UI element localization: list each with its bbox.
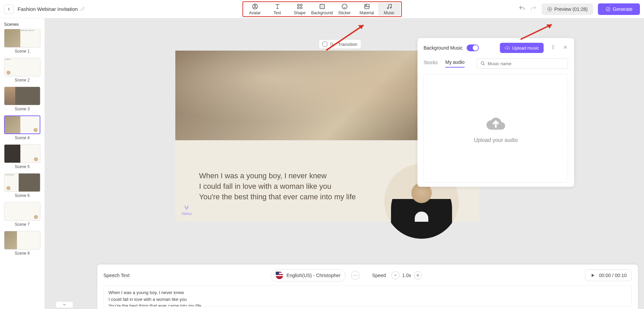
svg-rect-15 bbox=[606, 7, 610, 11]
pin-button[interactable] bbox=[550, 44, 556, 51]
scene-item-5[interactable]: Scene 5 bbox=[4, 144, 40, 169]
music-panel-title: Background Music bbox=[424, 45, 463, 51]
svg-rect-4 bbox=[297, 7, 299, 8]
flag-us-icon bbox=[276, 272, 283, 279]
text-icon bbox=[274, 3, 281, 10]
main-toolbar: Avatar Text Shape Background Sticker Mat… bbox=[242, 1, 402, 17]
speech-text-label: Speech Text bbox=[103, 273, 130, 278]
scene-item-4[interactable]: Scene 4 bbox=[4, 115, 40, 140]
avatar-person bbox=[391, 178, 452, 239]
annotation-arrow-1 bbox=[323, 23, 367, 54]
watermark-logo: Vidnoz bbox=[181, 204, 192, 216]
speed-decrease-button[interactable]: − bbox=[391, 271, 399, 279]
svg-point-17 bbox=[481, 62, 484, 65]
tool-background[interactable]: Background bbox=[311, 3, 333, 16]
transition-badge[interactable]: Transition bbox=[319, 39, 361, 49]
svg-point-12 bbox=[387, 7, 388, 8]
speed-value: 1.0x bbox=[402, 273, 411, 278]
tab-my-audio[interactable]: My audio bbox=[445, 59, 465, 68]
close-panel-button[interactable] bbox=[563, 44, 568, 51]
tool-text[interactable]: Text bbox=[266, 3, 289, 16]
music-search-input[interactable] bbox=[488, 61, 564, 66]
edit-title-icon[interactable] bbox=[80, 6, 86, 13]
svg-point-9 bbox=[345, 5, 346, 6]
svg-point-7 bbox=[342, 4, 347, 9]
sticker-icon bbox=[341, 3, 348, 10]
svg-point-13 bbox=[390, 7, 391, 8]
redo-button[interactable] bbox=[530, 5, 537, 13]
scene-item-7[interactable]: Scene 7 bbox=[4, 202, 40, 227]
playback-control[interactable]: 00:00 / 00:10 bbox=[585, 270, 632, 281]
undo-button[interactable] bbox=[519, 5, 525, 13]
vidnoz-icon bbox=[183, 204, 190, 211]
scene-item-1[interactable]: Add the webinar subject hereScene 1 bbox=[4, 29, 40, 54]
canvas-area: Transition When I was a young boy, I nev… bbox=[45, 18, 644, 309]
music-panel: Background Music Upload music Stocks My … bbox=[417, 38, 574, 187]
avatar-icon bbox=[252, 3, 258, 10]
tab-stocks[interactable]: Stocks bbox=[424, 60, 438, 67]
upload-music-button[interactable]: Upload music bbox=[500, 43, 544, 53]
bg-music-toggle[interactable] bbox=[467, 44, 479, 51]
tool-music[interactable]: Music bbox=[378, 3, 401, 16]
top-bar: Fashion Webinar Invitation Avatar Text S… bbox=[0, 0, 644, 18]
speed-label: Speed bbox=[372, 273, 386, 278]
svg-rect-2 bbox=[297, 4, 299, 6]
upload-drop-text: Upload your audio bbox=[474, 137, 518, 143]
music-search[interactable] bbox=[476, 58, 568, 69]
shape-icon bbox=[296, 3, 303, 10]
background-icon bbox=[319, 3, 326, 10]
play-icon bbox=[590, 273, 596, 278]
preview-button[interactable]: Preview (01:28) bbox=[542, 3, 593, 15]
svg-point-1 bbox=[254, 5, 256, 6]
chevron-down-icon bbox=[62, 302, 67, 307]
collapse-bottom-button[interactable] bbox=[56, 301, 73, 308]
scene-item-8[interactable]: Scene 8 bbox=[4, 231, 40, 256]
project-title: Fashion Webinar Invitation bbox=[18, 6, 78, 12]
speech-text-input[interactable]: When I was a young boy, I never knew I c… bbox=[103, 286, 632, 307]
generate-icon bbox=[605, 6, 611, 12]
music-icon bbox=[386, 3, 393, 10]
scene-item-3[interactable]: Scene 3 bbox=[4, 87, 40, 111]
transition-icon bbox=[330, 41, 335, 47]
bottom-panel: Speech Text English(US) - Christopher ⋯ … bbox=[97, 265, 638, 309]
scenes-panel: Scenes Add the webinar subject hereScene… bbox=[0, 18, 45, 309]
generate-button[interactable]: Generate bbox=[598, 3, 640, 15]
material-icon bbox=[364, 3, 370, 10]
speed-increase-button[interactable]: + bbox=[414, 271, 422, 279]
upload-cloud-icon bbox=[505, 45, 510, 51]
top-right-controls: Preview (01:28) Generate bbox=[519, 3, 640, 15]
scene-item-6[interactable]: Consumer BehaviorScene 6 bbox=[4, 173, 40, 198]
svg-marker-19 bbox=[546, 24, 552, 29]
scene-item-2[interactable]: Our AgendaScene 2 bbox=[4, 58, 40, 83]
tool-material[interactable]: Material bbox=[356, 3, 378, 16]
svg-rect-16 bbox=[331, 43, 332, 46]
search-icon bbox=[480, 61, 486, 66]
chevron-left-icon bbox=[6, 7, 11, 12]
svg-point-8 bbox=[343, 5, 344, 6]
voice-more-button[interactable]: ⋯ bbox=[351, 271, 360, 280]
tool-sticker[interactable]: Sticker bbox=[333, 3, 356, 16]
tool-avatar[interactable]: Avatar bbox=[244, 3, 266, 16]
cloud-upload-icon bbox=[484, 114, 508, 132]
tool-shape[interactable]: Shape bbox=[289, 3, 311, 16]
svg-point-11 bbox=[366, 5, 367, 6]
svg-rect-5 bbox=[300, 7, 302, 8]
scenes-title: Scenes bbox=[4, 22, 40, 27]
transition-checkbox[interactable] bbox=[323, 42, 327, 47]
svg-rect-3 bbox=[300, 4, 302, 6]
upload-drop-zone[interactable]: Upload your audio bbox=[424, 74, 568, 183]
voice-selector[interactable]: English(US) - Christopher bbox=[271, 269, 346, 281]
play-circle-icon bbox=[547, 6, 552, 12]
back-button[interactable] bbox=[4, 4, 14, 14]
svg-marker-18 bbox=[358, 25, 364, 29]
